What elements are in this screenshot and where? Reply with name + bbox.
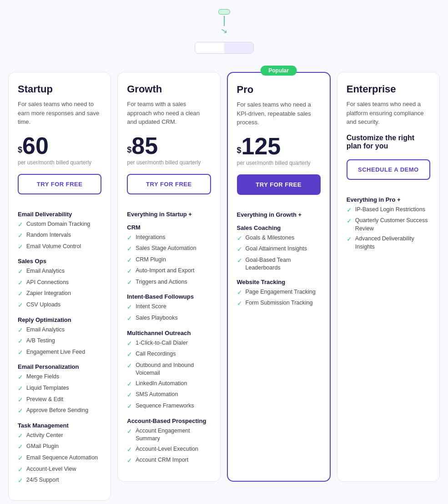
section-title-pro-2: Website Tracking [237,279,321,285]
enterprise-customize: Customize the right plan for you [347,134,430,150]
check-icon: ✓ [18,373,23,382]
section-title-startup-3: Email Personalization [18,363,101,370]
price-amount-growth: 85 [131,134,158,158]
feature-item: ✓ GMail Plugin [18,443,101,452]
feature-text: Auto-Import and Export [136,267,194,275]
feature-item: ✓ 1-Click-to-Call Dialer [127,339,211,348]
plan-name-growth: Growth [127,83,211,95]
plan-name-enterprise: Enterprise [347,83,430,95]
feature-item: ✓ CRM Plugin [127,256,211,265]
feature-text: Outbound and Inbound Voicemail [136,361,211,377]
plan-name-startup: Startup [18,83,101,95]
section-title-growth-2: Intent-Based Followups [127,293,211,300]
check-icon: ✓ [18,465,23,474]
section-title-growth-1: CRM [127,224,211,231]
check-icon: ✓ [127,314,132,323]
feature-text: Goal Attainment Insights [246,245,307,253]
cta-btn-startup[interactable]: TRY FOR FREE [18,174,101,194]
feature-text: Account Engagement Summary [136,427,211,443]
feature-text: Activity Center [26,432,63,440]
feature-text: Intent Score [136,303,166,311]
feature-text: Email Analytics [26,326,65,334]
check-icon: ✓ [237,234,242,243]
check-icon: ✓ [127,427,132,436]
feature-item: ✓ CSV Uploads [18,301,101,310]
feature-text: Goal-Based Team Leaderboards [246,256,321,272]
cta-btn-pro[interactable]: TRY FOR FREE [237,174,321,195]
feature-item: ✓ Call Recordings [127,350,211,359]
feature-text: Custom Domain Tracking [26,220,90,229]
feature-item: ✓ Goal-Based Team Leaderboards [237,256,321,272]
quarterly-toggle[interactable] [224,42,253,53]
check-icon: ✓ [127,244,132,254]
feature-item: ✓ Email Sequence Automation [18,454,101,463]
check-icon: ✓ [18,476,23,485]
feature-item: ✓ Approve Before Sending [18,407,101,416]
check-icon: ✓ [127,234,132,243]
feature-text: LinkedIn Automation [136,380,187,388]
feature-list-growth-2: ✓ Intent Score ✓ Sales Playbooks [127,303,211,323]
feature-text: Sequence Frameworks [136,402,194,410]
feature-item: ✓ Triggers and Actions [127,278,211,287]
feature-list-enterprise-1: ✓ IP-Based Login Restrictions ✓ Quarterl… [347,206,430,251]
feature-item: ✓ Custom Domain Tracking [18,220,101,229]
plan-desc-enterprise: For sales teams who need a platform ensu… [347,100,430,127]
check-icon: ✓ [237,299,242,308]
check-icon: ✓ [18,396,23,405]
feature-text: Form Submission Tracking [246,299,313,307]
feature-item: ✓ Integrations [127,234,211,243]
plan-card-pro: PopularProFor sales teams who need a KPI… [227,72,331,482]
section-title-pro-0: Everything in Growth + [237,211,321,218]
feature-item: ✓ Email Volume Control [18,243,101,252]
feature-text: Merge Fields [26,373,59,381]
check-icon: ✓ [127,267,132,276]
feature-list-pro-1: ✓ Goals & Milestones ✓ Goal Attainment I… [237,234,321,272]
feature-item: ✓ API Connections [18,279,101,288]
feature-item: ✓ Email Analytics [18,267,101,276]
feature-text: Sales Playbooks [136,314,177,322]
cta-btn-growth[interactable]: TRY FOR FREE [127,174,211,194]
feature-item: ✓ Form Submission Tracking [237,299,321,308]
feature-list-startup-0: ✓ Custom Domain Tracking ✓ Random Interv… [18,220,101,252]
feature-item: ✓ Account CRM Import [127,456,211,465]
feature-item: ✓ Sequence Frameworks [127,402,211,411]
feature-text: IP-Based Login Restrictions [355,206,425,214]
feature-list-pro-2: ✓ Page Engagement Tracking ✓ Form Submis… [237,288,321,308]
plan-card-startup: StartupFor sales teams who need to earn … [8,72,111,501]
feature-item: ✓ A/B Testing [18,337,101,346]
section-title-startup-0: Email Deliverability [18,211,101,218]
check-icon: ✓ [127,445,132,454]
price-dollar-pro: $ [237,146,242,155]
check-icon: ✓ [18,220,23,229]
feature-text: Sales Stage Automation [136,244,196,253]
cta-btn-enterprise[interactable]: SCHEDULE A DEMO [347,159,430,180]
feature-item: ✓ Preview & Edit [18,396,101,405]
check-icon: ✓ [18,290,23,299]
feature-list-growth-4: ✓ Account Engagement Summary ✓ Account-L… [127,427,211,465]
check-icon: ✓ [18,443,23,452]
feature-item: ✓ IP-Based Login Restrictions [347,206,430,215]
check-icon: ✓ [18,279,23,288]
plan-desc-pro: For sales teams who need a KPI-driven, r… [237,100,321,127]
section-title-startup-1: Sales Ops [18,258,101,265]
check-icon: ✓ [18,326,23,335]
feature-text: Call Recordings [136,350,176,358]
feature-text: Page Engagement Tracking [246,288,316,296]
check-icon: ✓ [127,456,132,465]
feature-text: Advanced Deliverability Insights [355,235,430,251]
billing-toggle [195,42,254,54]
check-icon: ✓ [18,337,23,346]
price-dollar-startup: $ [18,145,22,155]
check-icon: ✓ [347,235,352,244]
feature-list-startup-4: ✓ Activity Center ✓ GMail Plugin ✓ Email… [18,432,101,485]
price-amount-startup: 60 [22,134,49,158]
annually-toggle[interactable] [195,42,224,53]
feature-text: Random Intervals [26,231,71,239]
feature-text: A/B Testing [26,337,55,345]
feature-text: 24/5 Support [26,476,59,484]
check-icon: ✓ [127,391,132,400]
feature-text: Integrations [136,234,165,242]
feature-item: ✓ Goal Attainment Insights [237,245,321,254]
feature-text: CSV Uploads [26,301,60,309]
feature-list-startup-1: ✓ Email Analytics ✓ API Connections ✓ Za… [18,267,101,310]
